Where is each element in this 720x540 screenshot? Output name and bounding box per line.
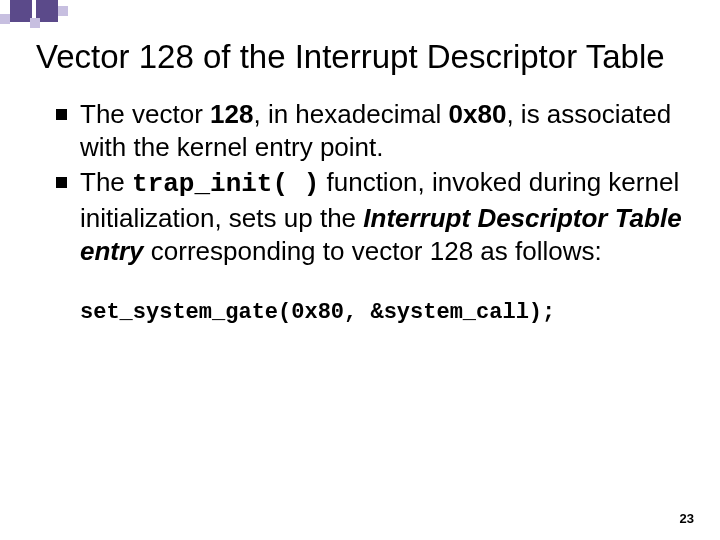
bullet-item: The trap_init( ) function, invoked durin… [56, 166, 684, 268]
bold-text: 128 [210, 99, 253, 129]
text: , in hexadecimal [253, 99, 448, 129]
code-line: set_system_gate(0x80, &system_call); [36, 300, 684, 325]
text: corresponding to vector 128 as follows: [144, 236, 602, 266]
bullet-list: The vector 128, in hexadecimal 0x80, is … [36, 98, 684, 268]
code-text: trap_init( ) [132, 169, 319, 199]
text: The [80, 167, 132, 197]
bullet-item: The vector 128, in hexadecimal 0x80, is … [56, 98, 684, 165]
slide-content: Vector 128 of the Interrupt Descriptor T… [0, 0, 720, 325]
text: The vector [80, 99, 210, 129]
slide-title: Vector 128 of the Interrupt Descriptor T… [36, 38, 684, 76]
bold-text: 0x80 [449, 99, 507, 129]
page-number: 23 [680, 511, 694, 526]
corner-decoration [0, 0, 120, 40]
